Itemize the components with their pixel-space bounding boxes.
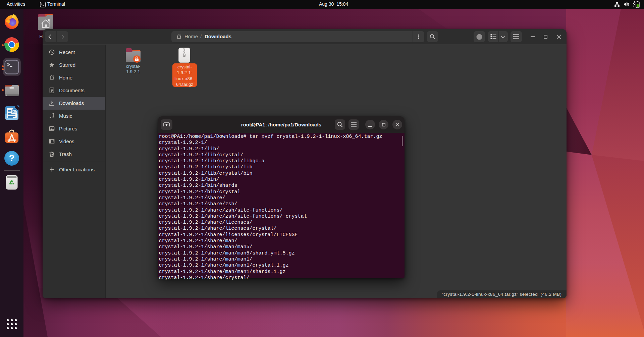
svg-text:?: ? [9,153,15,163]
